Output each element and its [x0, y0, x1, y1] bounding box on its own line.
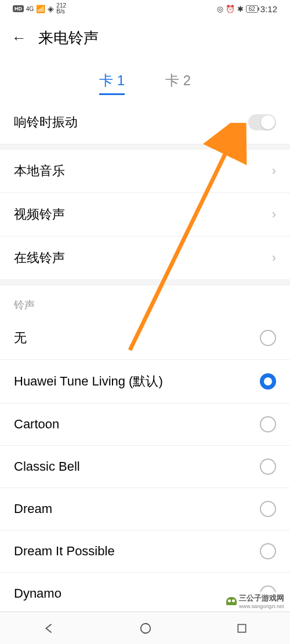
ringtone-label: Dream It Possible [14, 544, 115, 559]
alarm-icon: ⏰ [226, 5, 235, 13]
back-button[interactable]: ← [12, 29, 27, 47]
ringtone-none[interactable]: 无 [0, 316, 290, 360]
page-title: 来电铃声 [38, 28, 99, 48]
local-music-row[interactable]: 本地音乐 › [0, 150, 290, 193]
status-right: ◎ ⏰ ✱ 62 3:12 [217, 4, 277, 14]
nav-back-icon[interactable] [42, 622, 55, 635]
video-ringtone-label: 视频铃声 [14, 206, 65, 223]
sim-tabs: 卡 1 卡 2 [0, 71, 290, 95]
vibrate-row: 响铃时振动 [0, 101, 290, 144]
ringtone-dream[interactable]: Dream [0, 488, 290, 530]
hd-badge: HD [13, 5, 24, 12]
ringtone-classic[interactable]: Classic Bell [0, 446, 290, 488]
nav-home-icon[interactable] [139, 622, 152, 635]
navigation-bar [0, 612, 290, 644]
radio-unselected[interactable] [260, 501, 276, 517]
vibrate-toggle[interactable] [248, 114, 276, 130]
chevron-right-icon: › [272, 163, 276, 179]
online-ringtone-row[interactable]: 在线铃声 › [0, 237, 290, 279]
tab-sim2[interactable]: 卡 2 [165, 71, 191, 95]
page-header: ← 来电铃声 [0, 17, 290, 54]
radio-unselected[interactable] [260, 459, 276, 475]
ringtone-label: Huawei Tune Living (默认) [14, 373, 163, 390]
network-type: 4G [26, 6, 34, 12]
status-left: HD 4G 📶 ◈ 212B/s [13, 3, 66, 14]
radio-unselected[interactable] [260, 543, 276, 559]
bluetooth-icon: ✱ [237, 5, 244, 13]
status-bar: HD 4G 📶 ◈ 212B/s ◎ ⏰ ✱ 62 3:12 [0, 0, 290, 17]
svg-point-2 [141, 623, 151, 633]
network-speed: 212B/s [56, 3, 66, 14]
section-divider [0, 144, 290, 150]
ringtone-cartoon[interactable]: Cartoon [0, 403, 290, 446]
vibrate-label: 响铃时振动 [14, 114, 78, 131]
ringtone-label: Cartoon [14, 417, 59, 432]
radio-unselected[interactable] [260, 330, 276, 346]
online-ringtone-label: 在线铃声 [14, 249, 65, 267]
tab-sim1[interactable]: 卡 1 [99, 71, 125, 95]
local-music-label: 本地音乐 [14, 162, 65, 180]
watermark-logo-icon [226, 597, 237, 605]
svg-rect-3 [238, 624, 246, 632]
video-ringtone-row[interactable]: 视频铃声 › [0, 193, 290, 237]
section-divider [0, 279, 290, 285]
radio-unselected[interactable] [260, 416, 276, 432]
battery-indicator: 62 [246, 5, 258, 13]
nav-recent-icon[interactable] [236, 623, 248, 634]
signal-icon: 📶 [36, 5, 45, 13]
ringtone-label: 无 [14, 329, 27, 347]
watermark-text: 三公子游戏网 www.sangongzi.net [239, 593, 284, 609]
ringtone-label: Dynamo [14, 586, 61, 601]
ringtone-label: Classic Bell [14, 459, 80, 474]
ringtone-dreamit[interactable]: Dream It Possible [0, 530, 290, 573]
chevron-right-icon: › [272, 250, 276, 265]
eye-icon: ◎ [217, 5, 223, 13]
radio-selected[interactable] [260, 373, 276, 390]
watermark: 三公子游戏网 www.sangongzi.net [224, 592, 287, 610]
chevron-right-icon: › [272, 207, 276, 222]
ringtone-default[interactable]: Huawei Tune Living (默认) [0, 360, 290, 403]
ringtone-section-label: 铃声 [0, 285, 290, 316]
clock: 3:12 [260, 4, 277, 14]
wifi-icon: ◈ [48, 4, 54, 13]
ringtone-label: Dream [14, 501, 52, 516]
